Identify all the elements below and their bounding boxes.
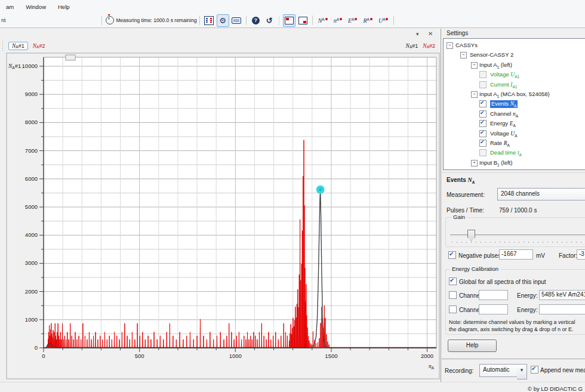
tab-na2-suffix: #2 bbox=[39, 43, 45, 49]
collapse-panel-icon[interactable]: ▾ bbox=[416, 31, 419, 37]
toolbar-clipped-fragment: nt bbox=[0, 17, 6, 23]
measuring-time-label: Measuring time: 1000.0 s remaining bbox=[116, 17, 197, 23]
collapse-icon[interactable]: − bbox=[471, 91, 478, 98]
recording-combobox[interactable]: Automatic bbox=[479, 364, 521, 377]
help-button[interactable]: Help bbox=[448, 339, 497, 352]
peak-marker-center bbox=[319, 188, 322, 191]
menu-item-window[interactable]: Window bbox=[20, 1, 52, 13]
tree-item-label[interactable]: Channel nA bbox=[490, 110, 518, 118]
tree-item-label[interactable]: Input B1 (left) bbox=[479, 159, 512, 167]
hotline-icon[interactable]: ↺ bbox=[263, 14, 276, 27]
tree-checkbox[interactable] bbox=[479, 81, 487, 88]
measurement-combobox[interactable]: 2048 channels bbox=[497, 188, 585, 200]
y-tick-label: 8000 bbox=[25, 119, 38, 125]
channel-2-checkbox[interactable] bbox=[449, 305, 457, 313]
tree-row-cassys[interactable]: −CASSYs bbox=[444, 41, 585, 50]
quantity-button-na[interactable]: NA bbox=[316, 17, 330, 24]
tree-item-label[interactable]: Voltage UA bbox=[490, 130, 518, 138]
global-calibration-checkbox[interactable] bbox=[449, 277, 457, 285]
quantity-button-ua[interactable]: UA bbox=[376, 17, 391, 24]
measurement-label: Measurement: bbox=[447, 192, 485, 198]
recording-combobox-arrow[interactable]: ▾ bbox=[517, 364, 527, 379]
tree-row-channel[interactable]: Channel nA bbox=[444, 110, 585, 119]
plot-area[interactable] bbox=[44, 57, 436, 348]
tree-row-events[interactable]: Events NA bbox=[444, 100, 585, 109]
new-value-dot bbox=[340, 18, 342, 20]
tree-row-voltage[interactable]: Voltage UA bbox=[444, 129, 585, 138]
help-icon[interactable]: ? bbox=[250, 14, 262, 27]
channel-1-checkbox[interactable] bbox=[449, 291, 457, 299]
y-tick-label: 3000 bbox=[25, 260, 38, 266]
tree-row-current[interactable]: Current IA1 bbox=[444, 81, 585, 89]
tree-item-label[interactable]: Rate RA bbox=[490, 140, 510, 147]
tree-checkbox[interactable] bbox=[479, 130, 487, 137]
legend-na2[interactable]: NA#2 bbox=[420, 43, 438, 49]
collapse-icon[interactable]: − bbox=[460, 52, 467, 58]
y-axis-label[interactable]: NA#1 bbox=[8, 63, 21, 70]
show-window-icon[interactable] bbox=[283, 14, 295, 27]
tree-item-label[interactable]: Voltage UA1 bbox=[490, 71, 519, 79]
quantity-button-ea[interactable]: EA bbox=[346, 17, 359, 24]
spectrum-chart[interactable]: 0500100015002000010002000300040005000600… bbox=[0, 53, 440, 380]
y-tick-label: 1000 bbox=[25, 316, 38, 323]
energy-2-label: Energy: bbox=[517, 307, 537, 313]
tree-item-label[interactable]: CASSYs bbox=[455, 42, 478, 48]
menu-item-help[interactable]: Help bbox=[52, 1, 76, 13]
quantity-button-ra[interactable]: RA bbox=[361, 17, 374, 24]
y-tick-label: 0 bbox=[35, 344, 38, 351]
negative-pulses-checkbox[interactable] bbox=[448, 251, 456, 259]
tab-na2[interactable]: NA#2 bbox=[30, 42, 48, 50]
tree-row-sensor-cassy-2[interactable]: −Sensor-CASSY 2 bbox=[444, 51, 585, 60]
expand-icon[interactable]: + bbox=[471, 160, 478, 166]
tree-row-rate[interactable]: Rate RA bbox=[444, 139, 585, 148]
panel-divider bbox=[441, 29, 441, 382]
menu-item-diagram-partial[interactable]: am bbox=[0, 1, 20, 13]
tree-item-label[interactable]: Current IA1 bbox=[490, 81, 517, 89]
tree-item-label[interactable]: Events NA bbox=[490, 100, 518, 108]
tree-item-label[interactable]: Input A1 (MCA box, 524058) bbox=[479, 91, 550, 98]
tree-row-voltage[interactable]: Voltage UA1 bbox=[444, 70, 585, 79]
tree-checkbox[interactable] bbox=[479, 149, 487, 156]
tree-item-label[interactable]: Sensor-CASSY 2 bbox=[470, 51, 513, 58]
quantity-button-group: NAnAEARAUA bbox=[315, 17, 392, 24]
tree-item-label[interactable]: Dead time tA bbox=[490, 149, 522, 157]
show-window-2-icon[interactable] bbox=[297, 14, 309, 27]
settings-tree: −CASSYs−Sensor-CASSY 2−Input A1 (left)Vo… bbox=[443, 38, 585, 170]
collapse-icon[interactable]: − bbox=[471, 62, 478, 69]
tree-checkbox[interactable] bbox=[479, 120, 487, 127]
new-value-dot bbox=[386, 18, 388, 20]
tree-checkbox[interactable] bbox=[479, 71, 487, 78]
close-panel-icon[interactable]: ✕ bbox=[428, 30, 433, 37]
energy-1-input[interactable]: 5485 keV Am241 bbox=[539, 290, 585, 300]
tree-item-label[interactable]: Energy EA bbox=[490, 120, 516, 128]
energy-2-input[interactable] bbox=[539, 304, 585, 314]
calibration-note-line1: Note: determine channel values by markin… bbox=[449, 319, 575, 325]
channel-1-input[interactable] bbox=[479, 290, 508, 300]
collapse-icon[interactable]: − bbox=[447, 42, 453, 49]
table-icon[interactable] bbox=[203, 14, 215, 27]
axis-handle-box[interactable] bbox=[66, 55, 75, 60]
tree-row-input-a[interactable]: −Input A1 (left) bbox=[444, 61, 585, 70]
channel-2-input[interactable] bbox=[479, 304, 508, 314]
stopwatch-icon bbox=[106, 16, 114, 24]
factor-input[interactable]: -3 bbox=[577, 249, 585, 260]
recording-label: Recording: bbox=[445, 368, 473, 374]
tree-row-energy[interactable]: Energy EA bbox=[444, 119, 585, 128]
settings-gear-icon[interactable]: ⚙ bbox=[217, 14, 229, 27]
tab-na1[interactable]: NA#1 bbox=[8, 42, 28, 50]
tree-checkbox[interactable] bbox=[479, 100, 487, 107]
legend-na1[interactable]: NA#1 bbox=[404, 43, 421, 49]
chart-panel-header: ▾ ✕ bbox=[0, 29, 440, 39]
display-icon[interactable] bbox=[230, 14, 243, 27]
tree-row-input-b[interactable]: +Input B1 (left) bbox=[444, 159, 585, 168]
tree-row-input-a[interactable]: −Input A1 (MCA box, 524058) bbox=[444, 90, 585, 99]
tree-item-label[interactable]: Input A1 (left) bbox=[479, 61, 512, 69]
tree-checkbox[interactable] bbox=[479, 110, 487, 118]
quantity-button-na[interactable]: nA bbox=[331, 17, 344, 24]
tree-row-dead-time[interactable]: Dead time tA bbox=[444, 149, 585, 158]
negative-pulses-input[interactable]: -1667 bbox=[499, 249, 533, 260]
append-measurement-checkbox[interactable] bbox=[531, 366, 538, 374]
tree-checkbox[interactable] bbox=[479, 140, 487, 147]
settings-title: Settings bbox=[447, 30, 468, 36]
chart-tab-bar: NA#1 NA#2 NA#1 NA#2 bbox=[0, 39, 440, 53]
